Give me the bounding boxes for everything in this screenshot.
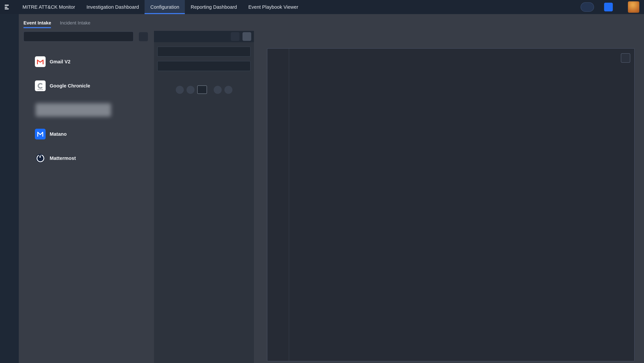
rail-folder-button[interactable] [0,327,19,340]
copy-button[interactable] [621,53,630,63]
source-name: Matano [50,131,67,137]
tab-incident-intake[interactable]: Incident Intake [60,20,90,28]
source-name: Gmail V2 [50,59,70,64]
avatar-image [628,1,639,13]
runs-header [154,31,254,42]
rail-copy-pages-button[interactable] [0,310,19,324]
from-date-input[interactable] [157,46,250,57]
runs-panel [154,31,254,363]
nav-configuration[interactable]: Configuration [144,0,185,14]
search-input[interactable] [27,34,130,39]
app-root: MITRE ATT&CK MonitorInvestigation Dashbo… [0,0,644,363]
environment-selector[interactable] [580,2,594,12]
source-name: Mattermost [50,156,76,161]
new-incident-button[interactable] [604,3,613,11]
d3-logo[interactable] [0,5,17,9]
rail-home-button[interactable] [0,16,19,29]
redacted-source [36,103,111,117]
runs-refresh-button[interactable] [242,32,251,41]
search-box[interactable] [24,31,134,41]
runs-pagination [154,85,254,94]
svg-text:chronicle: chronicle [38,89,43,90]
runs-filter-button[interactable] [231,32,240,41]
rail-share-nodes-button[interactable] [0,133,19,146]
last-page-button[interactable] [224,86,232,94]
rail-funnel-button[interactable] [0,183,19,196]
rail-clipboard-check-button[interactable] [0,33,19,46]
rail-bolt-button[interactable] [0,200,19,213]
topbar-right [580,1,644,13]
left-rail [0,14,19,363]
user-avatar[interactable] [628,1,639,13]
nav-investigation-dashboard[interactable]: Investigation Dashboard [81,0,145,14]
mattermost-logo [35,153,46,164]
source-name: Google Chronicle [50,83,90,88]
add-source-button[interactable] [139,32,148,41]
rail-globe-button[interactable] [0,166,19,179]
d3-logo-icon [5,5,9,9]
rail-wrench-button[interactable] [0,83,19,96]
date-filters [154,42,254,71]
page-number-input[interactable] [197,85,207,94]
nav-mitre-att-ck-monitor[interactable]: MITRE ATT&CK Monitor [17,0,81,14]
gmail-logo [35,56,46,67]
nav-event-playbook-viewer[interactable]: Event Playbook Viewer [243,0,304,14]
rail-calendar-button[interactable] [0,99,19,113]
rail-broadcast-button[interactable] [0,149,19,162]
previous-page-button[interactable] [186,86,194,94]
rail-database-button[interactable] [0,116,19,129]
rail-puzzle-button[interactable] [0,66,19,80]
chronicle-logo: chronicle [35,80,46,91]
json-editor [267,48,634,361]
first-page-button[interactable] [176,86,184,94]
rail-gear-button[interactable] [0,344,19,357]
run-detail-panel [262,14,644,363]
gutter-separator [289,49,289,361]
to-date-input[interactable] [157,61,250,71]
matano-logo [35,129,46,139]
nav-reporting-dashboard[interactable]: Reporting Dashboard [185,0,243,14]
topbar: MITRE ATT&CK MonitorInvestigation Dashbo… [0,0,644,14]
rail-play-square-button[interactable] [0,50,19,63]
tab-event-intake[interactable]: Event Intake [24,20,51,28]
top-nav: MITRE ATT&CK MonitorInvestigation Dashbo… [17,0,304,14]
next-page-button[interactable] [214,86,222,94]
rail-fingerprint-button[interactable] [0,217,19,230]
main-content: Event IntakeIncident Intake Gmail V2chro… [19,14,644,363]
